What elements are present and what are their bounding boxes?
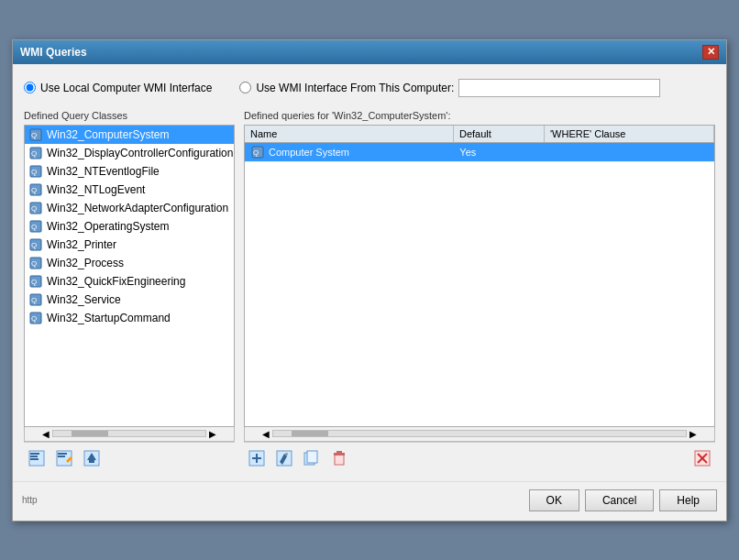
- list-item[interactable]: Q Win32_StartupCommand: [25, 309, 234, 327]
- right-hscrollbar[interactable]: ◀ ▶: [244, 427, 715, 442]
- edit-class-button[interactable]: [51, 446, 77, 470]
- left-hscroll-thumb[interactable]: [72, 431, 108, 436]
- local-radio-label: Use Local Computer WMI Interface: [40, 82, 212, 94]
- class-name: Win32_NTEventlogFile: [47, 165, 160, 178]
- panels-row: Defined Query Classes Q Win32_ComputerSy…: [24, 110, 715, 472]
- svg-text:Q: Q: [31, 223, 37, 231]
- delete-query-button[interactable]: [326, 446, 352, 470]
- svg-text:Q: Q: [31, 186, 37, 194]
- svg-rect-23: [30, 453, 39, 455]
- right-hscroll-track[interactable]: [272, 430, 687, 437]
- bottom-left: http: [22, 495, 38, 505]
- header-default: Default: [454, 126, 545, 142]
- class-name: Win32_NTLogEvent: [47, 183, 145, 196]
- settings-right-button[interactable]: [689, 446, 715, 470]
- class-icon: Q: [28, 311, 43, 325]
- list-item[interactable]: Q Win32_NetworkAdapterConfiguration: [25, 199, 234, 217]
- svg-rect-28: [58, 456, 65, 457]
- bottom-bar: http OK Cancel Help: [13, 481, 726, 521]
- header-name: Name: [245, 126, 454, 142]
- close-button[interactable]: ✕: [702, 45, 719, 60]
- class-name: Win32_Printer: [47, 238, 116, 251]
- table-row[interactable]: Q Computer System Yes: [245, 143, 714, 162]
- svg-rect-39: [307, 451, 317, 463]
- help-button[interactable]: Help: [659, 489, 717, 511]
- class-name: Win32_ComputerSystem: [47, 128, 169, 141]
- svg-rect-31: [89, 460, 94, 463]
- svg-rect-27: [58, 453, 67, 455]
- svg-text:Q: Q: [31, 259, 37, 268]
- class-icon: Q: [28, 256, 43, 270]
- query-classes-list[interactable]: Q Win32_ComputerSystem Q Win32_DisplayCo…: [24, 125, 235, 427]
- class-icon: Q: [28, 274, 43, 289]
- list-item[interactable]: Q Win32_DisplayControllerConfiguration: [25, 144, 234, 162]
- left-hscroll-track[interactable]: [52, 430, 206, 437]
- class-name: Win32_OperatingSystem: [47, 220, 169, 233]
- svg-text:Q: Q: [31, 204, 37, 213]
- class-icon: Q: [28, 127, 43, 142]
- right-panel: Defined queries for 'Win32_ComputerSyste…: [244, 110, 715, 472]
- edit-query-button[interactable]: [271, 446, 297, 470]
- scroll-right-btn2[interactable]: ▶: [687, 429, 700, 439]
- local-radio[interactable]: [24, 82, 36, 93]
- left-panel-label: Defined Query Classes: [24, 110, 235, 121]
- cell-default: Yes: [454, 143, 545, 161]
- copy-query-button[interactable]: [299, 446, 325, 470]
- left-hscrollbar[interactable]: ◀ ▶: [24, 427, 235, 442]
- class-name: Win32_Service: [47, 293, 121, 306]
- header-where: 'WHERE' Clause: [545, 126, 714, 142]
- remote-radio[interactable]: [239, 82, 251, 93]
- svg-rect-25: [30, 458, 39, 460]
- list-item[interactable]: Q Win32_Process: [25, 254, 234, 272]
- remote-computer-input[interactable]: [458, 79, 660, 97]
- move-up-button[interactable]: [79, 446, 105, 470]
- svg-text:Q: Q: [31, 131, 37, 139]
- list-item[interactable]: Q Win32_OperatingSystem: [25, 217, 234, 236]
- svg-rect-42: [336, 451, 342, 454]
- class-icon: Q: [28, 219, 43, 234]
- class-name: Win32_QuickFixEngineering: [47, 275, 185, 288]
- dialog-body: Use Local Computer WMI Interface Use WMI…: [13, 64, 726, 481]
- add-query-button[interactable]: [244, 446, 270, 470]
- list-item[interactable]: Q Win32_Service: [25, 291, 234, 309]
- class-icon: Q: [28, 201, 43, 215]
- title-bar: WMI Queries ✕: [13, 40, 726, 64]
- list-item[interactable]: Q Win32_ComputerSystem: [25, 126, 234, 144]
- right-panel-label: Defined queries for 'Win32_ComputerSyste…: [244, 110, 715, 121]
- class-icon: Q: [28, 237, 43, 252]
- svg-rect-24: [30, 456, 38, 457]
- list-item[interactable]: Q Win32_NTEventlogFile: [25, 162, 234, 181]
- ok-button[interactable]: OK: [529, 489, 579, 511]
- local-radio-group: Use Local Computer WMI Interface: [24, 82, 212, 94]
- svg-text:Q: Q: [31, 241, 37, 249]
- wmi-queries-dialog: WMI Queries ✕ Use Local Computer WMI Int…: [12, 39, 727, 522]
- class-name: Win32_DisplayControllerConfiguration: [47, 147, 233, 159]
- bottom-right: OK Cancel Help: [529, 489, 717, 511]
- svg-text:Q: Q: [31, 278, 37, 286]
- scroll-left-btn[interactable]: ◀: [39, 429, 52, 439]
- queries-table[interactable]: Name Default 'WHERE' Clause Q Computer S…: [244, 125, 715, 427]
- class-icon: Q: [28, 146, 43, 160]
- class-icon: Q: [28, 292, 43, 307]
- list-item[interactable]: Q Win32_QuickFixEngineering: [25, 272, 234, 291]
- right-toolbar: [244, 442, 715, 472]
- dialog-title: WMI Queries: [20, 46, 87, 59]
- right-hscroll-thumb[interactable]: [292, 431, 328, 436]
- svg-rect-40: [335, 455, 344, 465]
- class-name: Win32_StartupCommand: [47, 312, 171, 324]
- list-item[interactable]: Q Win32_Printer: [25, 236, 234, 254]
- list-item[interactable]: Q Win32_NTLogEvent: [25, 181, 234, 199]
- left-panel: Defined Query Classes Q Win32_ComputerSy…: [24, 110, 235, 472]
- class-icon: Q: [28, 182, 43, 197]
- cancel-button[interactable]: Cancel: [585, 489, 654, 511]
- scroll-left-btn2[interactable]: ◀: [259, 429, 272, 439]
- svg-text:Q: Q: [31, 296, 37, 304]
- class-name: Win32_NetworkAdapterConfiguration: [47, 202, 228, 214]
- svg-text:Q: Q: [253, 148, 259, 157]
- svg-text:Q: Q: [31, 168, 37, 176]
- scroll-right-btn[interactable]: ▶: [206, 429, 219, 439]
- left-toolbar: [24, 442, 235, 472]
- query-icon: Q: [250, 145, 265, 159]
- add-class-button[interactable]: [24, 446, 50, 470]
- radio-options-row: Use Local Computer WMI Interface Use WMI…: [24, 73, 715, 103]
